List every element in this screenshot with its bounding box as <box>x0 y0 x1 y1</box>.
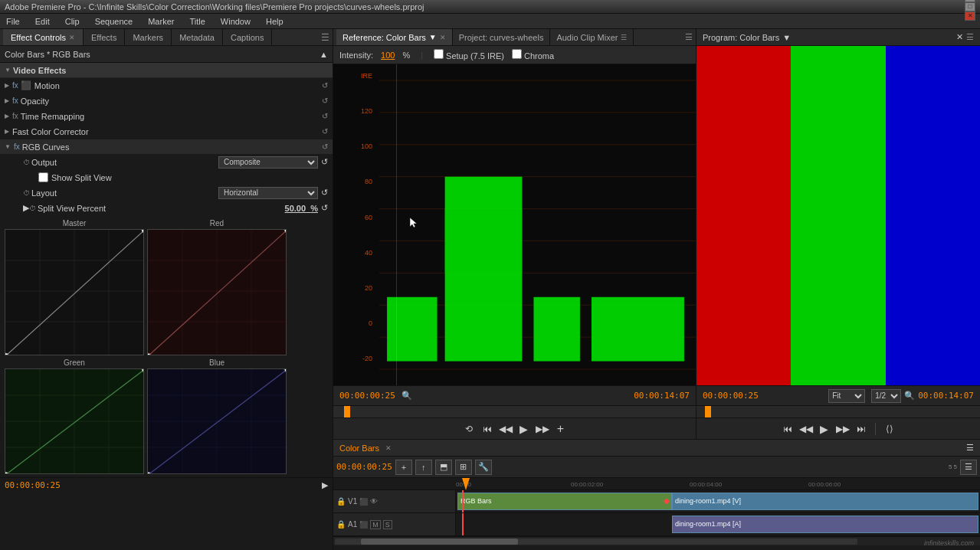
ratio-dropdown[interactable]: 1/2 1/4 Full <box>871 389 901 403</box>
prog-go-start-btn[interactable]: ⏮ <box>780 421 795 437</box>
tab-project-curves-wheels[interactable]: Project: curves-wheels <box>453 29 551 45</box>
left-play-btn[interactable]: ▶ <box>322 480 328 490</box>
tab-audio-clip-mixer[interactable]: Audio Clip Mixer ☰ <box>550 29 634 45</box>
timeline-tab-color-bars[interactable]: Color Bars <box>339 444 379 453</box>
video-effects-section-header[interactable]: ▼ Video Effects <box>0 63 333 78</box>
prog-step-back-btn[interactable]: ◀◀ <box>798 421 814 437</box>
intensity-value[interactable]: 100 <box>381 51 395 60</box>
red-curve-svg[interactable] <box>147 229 287 355</box>
v1-clip-rgb-bars[interactable]: RGB Bars <box>457 493 672 510</box>
prog-play-btn[interactable]: ▶ <box>817 421 832 437</box>
menu-sequence[interactable]: Sequence <box>92 15 136 28</box>
program-scrubber-handle[interactable] <box>705 406 711 417</box>
a1-m-btn[interactable]: M <box>370 520 381 529</box>
center-timecode-start[interactable]: 00:00:00:25 <box>339 391 395 401</box>
maximize-button[interactable]: □ <box>965 2 975 11</box>
master-curve-svg[interactable] <box>5 229 144 355</box>
chroma-checkbox[interactable] <box>512 49 522 59</box>
program-timecode-start[interactable]: 00:00:00:25 <box>703 391 759 401</box>
audio-clip-mixer-menu[interactable]: ☰ <box>621 34 627 41</box>
a1-collapse-icon[interactable]: ⬛ <box>359 521 368 529</box>
prog-go-end-btn[interactable]: ⏭ <box>854 421 869 437</box>
tab-reference-color-bars[interactable]: Reference: Color Bars ▼ ✕ <box>336 29 453 45</box>
center-panel-menu[interactable]: ☰ <box>685 32 693 42</box>
tab-effect-controls[interactable]: Effect Controls ✕ <box>3 29 84 45</box>
timeline-tab-close[interactable]: ✕ <box>385 444 392 452</box>
tl-select-btn[interactable]: ⬒ <box>435 460 452 475</box>
center-scrubber-handle[interactable] <box>344 406 350 417</box>
program-monitor-display <box>696 46 980 385</box>
program-panel-menu[interactable]: ☰ <box>966 32 974 42</box>
layout-reset-btn[interactable]: ↺ <box>321 188 328 198</box>
effect-time-remapping[interactable]: ▶ fx Time Remapping ↺ <box>0 109 333 124</box>
output-reset-btn[interactable]: ↺ <box>321 157 328 167</box>
transport-go-start-btn[interactable]: ⏮ <box>480 421 495 437</box>
tab-effects[interactable]: Effects <box>84 29 125 45</box>
tl-snap-btn[interactable]: ⊞ <box>455 460 472 475</box>
split-view-reset-btn[interactable]: ↺ <box>321 203 328 213</box>
transport-step-back-btn[interactable]: ◀◀ <box>498 421 513 437</box>
menu-edit[interactable]: Edit <box>32 15 53 28</box>
timeline-panel-settings[interactable]: ☰ <box>966 443 974 453</box>
menu-marker[interactable]: Marker <box>145 15 177 28</box>
effect-opacity[interactable]: ▶ fx Opacity ↺ <box>0 93 333 109</box>
v1-eye-icon[interactable]: 👁 <box>370 497 378 506</box>
timeline-scrollbar[interactable] <box>333 536 980 545</box>
v1-lock-icon[interactable]: 🔒 <box>336 497 346 506</box>
a1-s-btn[interactable]: S <box>383 520 392 529</box>
svg-line-24 <box>5 369 144 474</box>
time-remapping-reset-btn[interactable]: ↺ <box>322 112 328 120</box>
menu-file[interactable]: File <box>3 15 23 28</box>
close-button[interactable]: ✕ <box>965 11 975 21</box>
reference-tab-dropdown[interactable]: ▼ <box>429 33 437 41</box>
center-timecode-end: 00:00:14:07 <box>634 391 690 401</box>
prog-step-fwd-btn[interactable]: ▶▶ <box>835 421 851 437</box>
split-view-percent-value[interactable]: 50.00 % <box>285 204 318 213</box>
tl-add-btn[interactable]: + <box>395 460 412 475</box>
transport-step-fwd-btn[interactable]: ▶▶ <box>535 421 550 437</box>
timeline-timecode[interactable]: 00:00:00:25 <box>336 462 392 472</box>
fit-dropdown[interactable]: Fit 25% 50% 100% <box>828 389 865 403</box>
v1-label: V1 <box>348 497 357 506</box>
program-scrubber[interactable] <box>696 405 980 417</box>
transport-loop-btn[interactable]: ⟲ <box>461 421 477 437</box>
menu-title[interactable]: Title <box>186 15 208 28</box>
motion-reset-btn[interactable]: ↺ <box>322 81 328 90</box>
green-curve-svg[interactable] <box>5 368 144 474</box>
effect-rgb-curves[interactable]: ▼ fx RGB Curves ↺ <box>0 139 333 155</box>
tab-effect-controls-close[interactable]: ✕ <box>69 34 75 41</box>
tl-wrench-btn[interactable]: 🔧 <box>475 460 492 475</box>
show-split-view-checkbox[interactable] <box>38 172 48 182</box>
tab-markers[interactable]: Markers <box>125 29 172 45</box>
tab-metadata[interactable]: Metadata <box>172 29 223 45</box>
menu-clip[interactable]: Clip <box>62 15 83 28</box>
scrollbar-thumb[interactable] <box>361 539 518 545</box>
prog-expand-btn[interactable]: ⟨⟩ <box>882 421 897 437</box>
layout-dropdown[interactable]: Horizontal <box>218 187 318 199</box>
left-panel-menu-button[interactable]: ☰ <box>321 32 329 43</box>
fast-color-corrector-reset-btn[interactable]: ↺ <box>322 127 328 136</box>
a1-clip-audio[interactable]: dining-room1.mp4 [A] <box>672 516 978 533</box>
transport-play-btn[interactable]: ▶ <box>516 421 532 437</box>
effect-fast-color-corrector[interactable]: ▶ Fast Color Corrector ↺ <box>0 124 333 139</box>
v1-clip-video[interactable]: dining-room1.mp4 [V] <box>672 493 978 510</box>
reference-tab-close[interactable]: ✕ <box>440 34 446 41</box>
program-tab-close[interactable]: ✕ <box>956 32 963 42</box>
tl-lift-btn[interactable]: ↑ <box>415 460 432 475</box>
menu-help[interactable]: Help <box>263 15 287 28</box>
tl-settings-btn[interactable]: ☰ <box>960 460 977 475</box>
v1-collapse-icon[interactable]: ⬛ <box>359 498 368 506</box>
setup-checkbox[interactable] <box>434 49 444 59</box>
center-scrubber[interactable] <box>333 405 696 417</box>
tab-captions[interactable]: Captions <box>223 29 272 45</box>
program-tab-dropdown[interactable]: ▼ <box>782 33 791 42</box>
blue-curve-svg[interactable] <box>147 368 287 474</box>
rgb-curves-reset-btn[interactable]: ↺ <box>322 142 328 151</box>
left-panel: Effect Controls ✕ Effects Markers Metada… <box>0 29 333 550</box>
opacity-reset-btn[interactable]: ↺ <box>322 97 328 105</box>
a1-lock-icon[interactable]: 🔒 <box>336 520 346 529</box>
transport-add-btn[interactable]: + <box>553 421 569 437</box>
effect-motion[interactable]: ▶ fx ⬛ Motion ↺ <box>0 78 333 93</box>
output-dropdown[interactable]: Composite <box>218 156 318 169</box>
menu-window[interactable]: Window <box>218 15 254 28</box>
